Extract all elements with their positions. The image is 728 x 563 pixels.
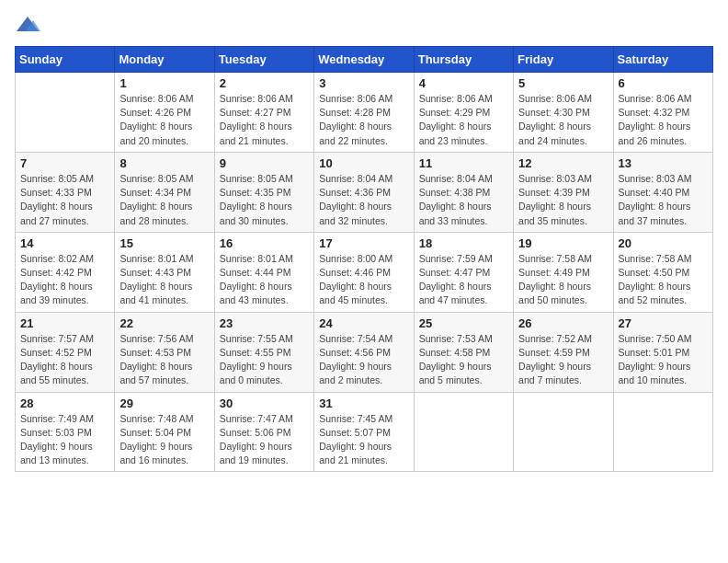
calendar-day-25: 25Sunrise: 7:53 AM Sunset: 4:58 PM Dayli… xyxy=(414,312,513,392)
calendar-day-8: 8Sunrise: 8:05 AM Sunset: 4:34 PM Daylig… xyxy=(115,152,214,232)
day-number: 2 xyxy=(220,76,309,90)
calendar-day-9: 9Sunrise: 8:05 AM Sunset: 4:35 PM Daylig… xyxy=(214,152,313,232)
calendar-day-1: 1Sunrise: 8:06 AM Sunset: 4:26 PM Daylig… xyxy=(115,73,214,153)
day-number: 15 xyxy=(119,236,209,250)
day-info: Sunrise: 7:54 AM Sunset: 4:56 PM Dayligh… xyxy=(319,332,408,388)
day-info: Sunrise: 7:58 AM Sunset: 4:50 PM Dayligh… xyxy=(619,252,708,308)
day-number: 25 xyxy=(419,316,508,330)
day-number: 22 xyxy=(119,316,209,330)
calendar-day-12: 12Sunrise: 8:03 AM Sunset: 4:39 PM Dayli… xyxy=(514,152,613,232)
calendar-day-19: 19Sunrise: 7:58 AM Sunset: 4:49 PM Dayli… xyxy=(514,232,613,312)
day-number: 29 xyxy=(119,396,209,410)
day-number: 4 xyxy=(419,76,508,90)
weekday-header-sunday: Sunday xyxy=(16,47,115,73)
day-info: Sunrise: 7:45 AM Sunset: 5:07 PM Dayligh… xyxy=(319,412,408,468)
day-info: Sunrise: 8:02 AM Sunset: 4:42 PM Dayligh… xyxy=(20,252,109,308)
day-number: 17 xyxy=(319,236,408,250)
day-info: Sunrise: 8:01 AM Sunset: 4:43 PM Dayligh… xyxy=(119,252,209,308)
day-number: 23 xyxy=(220,316,309,330)
day-number: 26 xyxy=(518,316,608,330)
logo xyxy=(15,15,44,35)
calendar-day-3: 3Sunrise: 8:06 AM Sunset: 4:28 PM Daylig… xyxy=(314,73,414,153)
calendar-table: SundayMondayTuesdayWednesdayThursdayFrid… xyxy=(15,46,713,472)
day-number: 28 xyxy=(20,396,109,410)
day-info: Sunrise: 7:58 AM Sunset: 4:49 PM Dayligh… xyxy=(518,252,608,308)
day-number: 27 xyxy=(619,316,708,330)
day-number: 20 xyxy=(619,236,708,250)
day-number: 31 xyxy=(319,396,408,410)
day-number: 24 xyxy=(319,316,408,330)
day-info: Sunrise: 8:05 AM Sunset: 4:34 PM Dayligh… xyxy=(119,172,209,228)
day-info: Sunrise: 7:49 AM Sunset: 5:03 PM Dayligh… xyxy=(20,412,109,468)
day-number: 6 xyxy=(619,76,708,90)
calendar-week-row: 14Sunrise: 8:02 AM Sunset: 4:42 PM Dayli… xyxy=(16,232,713,312)
day-info: Sunrise: 7:56 AM Sunset: 4:53 PM Dayligh… xyxy=(119,332,209,388)
day-info: Sunrise: 8:04 AM Sunset: 4:36 PM Dayligh… xyxy=(319,172,408,228)
calendar-day-23: 23Sunrise: 7:55 AM Sunset: 4:55 PM Dayli… xyxy=(214,312,313,392)
calendar-week-row: 1Sunrise: 8:06 AM Sunset: 4:26 PM Daylig… xyxy=(16,73,713,153)
day-number: 19 xyxy=(518,236,608,250)
calendar-empty-cell xyxy=(613,392,712,472)
calendar-day-5: 5Sunrise: 8:06 AM Sunset: 4:30 PM Daylig… xyxy=(514,73,613,153)
day-info: Sunrise: 7:50 AM Sunset: 5:01 PM Dayligh… xyxy=(619,332,708,388)
calendar-day-14: 14Sunrise: 8:02 AM Sunset: 4:42 PM Dayli… xyxy=(16,232,115,312)
logo-icon xyxy=(15,15,40,35)
day-info: Sunrise: 8:03 AM Sunset: 4:39 PM Dayligh… xyxy=(518,172,608,228)
calendar-day-22: 22Sunrise: 7:56 AM Sunset: 4:53 PM Dayli… xyxy=(115,312,214,392)
calendar-day-28: 28Sunrise: 7:49 AM Sunset: 5:03 PM Dayli… xyxy=(16,392,115,472)
day-number: 12 xyxy=(518,156,608,170)
calendar-day-11: 11Sunrise: 8:04 AM Sunset: 4:38 PM Dayli… xyxy=(414,152,513,232)
calendar-day-27: 27Sunrise: 7:50 AM Sunset: 5:01 PM Dayli… xyxy=(613,312,712,392)
calendar-day-10: 10Sunrise: 8:04 AM Sunset: 4:36 PM Dayli… xyxy=(314,152,414,232)
calendar-header-row: SundayMondayTuesdayWednesdayThursdayFrid… xyxy=(16,47,713,73)
calendar-week-row: 7Sunrise: 8:05 AM Sunset: 4:33 PM Daylig… xyxy=(16,152,713,232)
day-info: Sunrise: 8:06 AM Sunset: 4:28 PM Dayligh… xyxy=(319,92,408,148)
day-info: Sunrise: 7:55 AM Sunset: 4:55 PM Dayligh… xyxy=(220,332,309,388)
day-number: 14 xyxy=(20,236,109,250)
day-info: Sunrise: 8:05 AM Sunset: 4:33 PM Dayligh… xyxy=(20,172,109,228)
day-info: Sunrise: 7:57 AM Sunset: 4:52 PM Dayligh… xyxy=(20,332,109,388)
day-number: 3 xyxy=(319,76,408,90)
calendar-day-13: 13Sunrise: 8:03 AM Sunset: 4:40 PM Dayli… xyxy=(613,152,712,232)
day-number: 11 xyxy=(419,156,508,170)
day-info: Sunrise: 8:03 AM Sunset: 4:40 PM Dayligh… xyxy=(619,172,708,228)
day-info: Sunrise: 8:06 AM Sunset: 4:29 PM Dayligh… xyxy=(419,92,508,148)
day-info: Sunrise: 7:47 AM Sunset: 5:06 PM Dayligh… xyxy=(220,412,309,468)
weekday-header-wednesday: Wednesday xyxy=(314,47,414,73)
day-number: 13 xyxy=(619,156,708,170)
calendar-empty-cell xyxy=(414,392,513,472)
day-number: 1 xyxy=(119,76,209,90)
calendar-day-17: 17Sunrise: 8:00 AM Sunset: 4:46 PM Dayli… xyxy=(314,232,414,312)
calendar-day-20: 20Sunrise: 7:58 AM Sunset: 4:50 PM Dayli… xyxy=(613,232,712,312)
day-info: Sunrise: 8:00 AM Sunset: 4:46 PM Dayligh… xyxy=(319,252,408,308)
weekday-header-friday: Friday xyxy=(514,47,613,73)
calendar-day-2: 2Sunrise: 8:06 AM Sunset: 4:27 PM Daylig… xyxy=(214,73,313,153)
calendar-day-7: 7Sunrise: 8:05 AM Sunset: 4:33 PM Daylig… xyxy=(16,152,115,232)
calendar-empty-cell xyxy=(514,392,613,472)
day-info: Sunrise: 7:53 AM Sunset: 4:58 PM Dayligh… xyxy=(419,332,508,388)
day-number: 18 xyxy=(419,236,508,250)
day-info: Sunrise: 7:48 AM Sunset: 5:04 PM Dayligh… xyxy=(119,412,209,468)
day-number: 30 xyxy=(220,396,309,410)
calendar-week-row: 28Sunrise: 7:49 AM Sunset: 5:03 PM Dayli… xyxy=(16,392,713,472)
day-info: Sunrise: 7:59 AM Sunset: 4:47 PM Dayligh… xyxy=(419,252,508,308)
calendar-day-15: 15Sunrise: 8:01 AM Sunset: 4:43 PM Dayli… xyxy=(115,232,214,312)
page-header xyxy=(15,15,713,35)
calendar-day-6: 6Sunrise: 8:06 AM Sunset: 4:32 PM Daylig… xyxy=(613,73,712,153)
day-info: Sunrise: 8:06 AM Sunset: 4:30 PM Dayligh… xyxy=(518,92,608,148)
calendar-day-18: 18Sunrise: 7:59 AM Sunset: 4:47 PM Dayli… xyxy=(414,232,513,312)
day-info: Sunrise: 7:52 AM Sunset: 4:59 PM Dayligh… xyxy=(518,332,608,388)
weekday-header-monday: Monday xyxy=(115,47,214,73)
day-info: Sunrise: 8:06 AM Sunset: 4:32 PM Dayligh… xyxy=(619,92,708,148)
calendar-day-31: 31Sunrise: 7:45 AM Sunset: 5:07 PM Dayli… xyxy=(314,392,414,472)
day-number: 8 xyxy=(119,156,209,170)
day-number: 9 xyxy=(220,156,309,170)
calendar-day-16: 16Sunrise: 8:01 AM Sunset: 4:44 PM Dayli… xyxy=(214,232,313,312)
calendar-day-4: 4Sunrise: 8:06 AM Sunset: 4:29 PM Daylig… xyxy=(414,73,513,153)
day-info: Sunrise: 8:04 AM Sunset: 4:38 PM Dayligh… xyxy=(419,172,508,228)
day-number: 10 xyxy=(319,156,408,170)
day-number: 21 xyxy=(20,316,109,330)
day-number: 7 xyxy=(20,156,109,170)
weekday-header-saturday: Saturday xyxy=(613,47,712,73)
day-info: Sunrise: 8:06 AM Sunset: 4:27 PM Dayligh… xyxy=(220,92,309,148)
